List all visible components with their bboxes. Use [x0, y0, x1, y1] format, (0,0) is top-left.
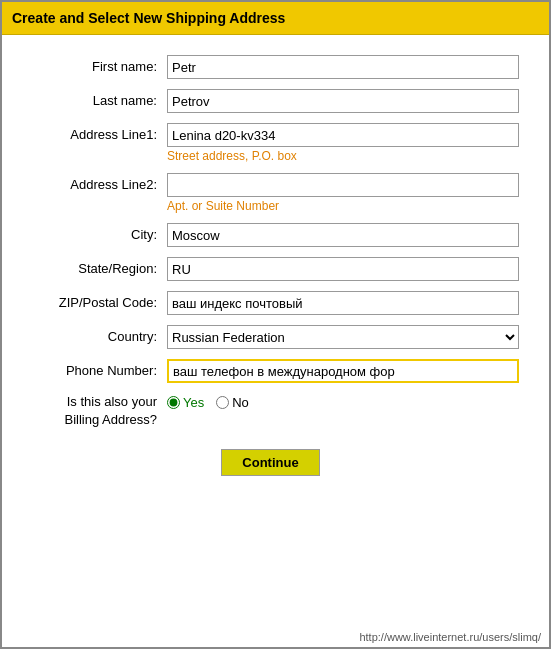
first-name-row: First name:	[22, 55, 519, 79]
state-label: State/Region:	[22, 257, 167, 276]
billing-label-line2: Billing Address?	[65, 412, 158, 427]
state-input[interactable]	[167, 257, 519, 281]
state-row: State/Region:	[22, 257, 519, 281]
first-name-field-group	[167, 55, 519, 79]
title-bar: Create and Select New Shipping Address	[2, 2, 549, 35]
phone-field-group	[167, 359, 519, 383]
form-container: First name: Last name: Address Line1: St…	[2, 35, 549, 627]
billing-yes-radio[interactable]	[167, 396, 180, 409]
window-title: Create and Select New Shipping Address	[12, 10, 285, 26]
billing-yes-label: Yes	[183, 395, 204, 410]
footer-url: http://www.liveinternet.ru/users/slimq/	[2, 627, 549, 647]
billing-yes-option[interactable]: Yes	[167, 395, 204, 410]
billing-row: Is this also your Billing Address? Yes N…	[22, 393, 519, 429]
main-window: Create and Select New Shipping Address F…	[0, 0, 551, 649]
last-name-label: Last name:	[22, 89, 167, 108]
address2-hint: Apt. or Suite Number	[167, 199, 519, 213]
billing-options: Yes No	[167, 393, 249, 410]
billing-no-radio[interactable]	[216, 396, 229, 409]
address1-row: Address Line1: Street address, P.O. box	[22, 123, 519, 163]
address1-input[interactable]	[167, 123, 519, 147]
address2-input[interactable]	[167, 173, 519, 197]
country-field-group: Russian Federation	[167, 325, 519, 349]
first-name-label: First name:	[22, 55, 167, 74]
continue-row: Continue	[22, 449, 519, 476]
last-name-row: Last name:	[22, 89, 519, 113]
zip-row: ZIP/Postal Code:	[22, 291, 519, 315]
first-name-input[interactable]	[167, 55, 519, 79]
city-label: City:	[22, 223, 167, 242]
zip-field-group	[167, 291, 519, 315]
address1-field-group: Street address, P.O. box	[167, 123, 519, 163]
city-field-group	[167, 223, 519, 247]
state-field-group	[167, 257, 519, 281]
billing-no-option[interactable]: No	[216, 395, 249, 410]
country-select[interactable]: Russian Federation	[167, 325, 519, 349]
last-name-input[interactable]	[167, 89, 519, 113]
continue-button[interactable]: Continue	[221, 449, 319, 476]
billing-label: Is this also your Billing Address?	[22, 393, 167, 429]
zip-label: ZIP/Postal Code:	[22, 291, 167, 310]
city-row: City:	[22, 223, 519, 247]
country-label: Country:	[22, 325, 167, 344]
address2-row: Address Line2: Apt. or Suite Number	[22, 173, 519, 213]
billing-no-label: No	[232, 395, 249, 410]
phone-row: Phone Number:	[22, 359, 519, 383]
phone-input[interactable]	[167, 359, 519, 383]
last-name-field-group	[167, 89, 519, 113]
address1-hint: Street address, P.O. box	[167, 149, 519, 163]
address2-label: Address Line2:	[22, 173, 167, 192]
city-input[interactable]	[167, 223, 519, 247]
zip-input[interactable]	[167, 291, 519, 315]
billing-label-line1: Is this also your	[67, 394, 157, 409]
address2-field-group: Apt. or Suite Number	[167, 173, 519, 213]
country-row: Country: Russian Federation	[22, 325, 519, 349]
address1-label: Address Line1:	[22, 123, 167, 142]
phone-label: Phone Number:	[22, 359, 167, 378]
